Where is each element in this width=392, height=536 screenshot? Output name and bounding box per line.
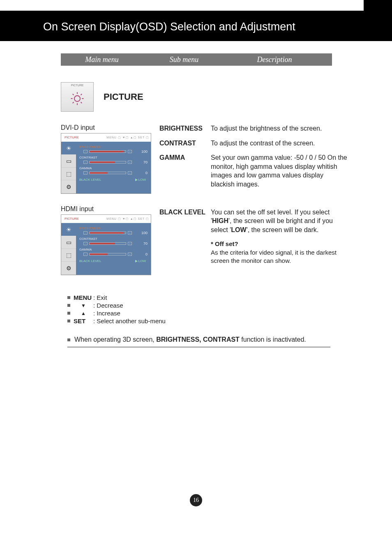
osd-blacklevel-value: ▶ LOW bbox=[135, 259, 146, 263]
def-contrast-desc: To adjust the contrast of the screen. bbox=[211, 139, 348, 148]
def-blacklevel-term: BLACK LEVEL bbox=[159, 208, 211, 265]
osd-header-buttons: MENU ▢ ▼▢ ▲▢ SET ▢ bbox=[106, 133, 149, 142]
picture-heading-row: PICTURE PICTURE bbox=[61, 82, 392, 112]
def-contrast-term: CONTRAST bbox=[159, 139, 211, 148]
page-title: On Screen Display(OSD) Selection and Adj… bbox=[43, 21, 295, 33]
legend-set-label: SET bbox=[74, 317, 93, 324]
osd-blacklevel-label: BLACK LEVEL bbox=[79, 178, 101, 182]
osd-sidebar: ☀ ▭ ⬚ ⚙ bbox=[61, 223, 76, 275]
up-triangle-icon: ▲ bbox=[74, 311, 93, 316]
osd-gamma-value: 0 bbox=[145, 171, 148, 175]
osd-contrast-label: CONTRAST bbox=[79, 237, 148, 241]
footnote-3d: When operating 3D screen, BRIGHTNESS, CO… bbox=[67, 336, 330, 347]
picture-icon-label: PICTURE bbox=[71, 84, 84, 87]
def-brightness-desc: To adjust the brightness of the screen. bbox=[211, 124, 348, 133]
osd-tab-color: ▭ bbox=[61, 236, 76, 249]
svg-line-6 bbox=[81, 102, 82, 104]
osd-contrast-value: 70 bbox=[143, 242, 148, 246]
osd-tab-picture: ☀ bbox=[61, 142, 76, 154]
osd-tab-setup: ⚙ bbox=[61, 262, 76, 275]
osd-tab-color: ▭ bbox=[61, 154, 76, 168]
brightness-icon bbox=[70, 92, 84, 106]
osd-screenshot-hdmi: PICTURE MENU ▢ ▼▢ ▲▢ SET ▢ ☀ ▭ ⬚ ⚙ BRIGH… bbox=[61, 214, 151, 275]
legend-menu-desc: : Exit bbox=[93, 294, 107, 301]
picture-title: PICTURE bbox=[104, 92, 143, 102]
osd-tab-tracking: ⬚ bbox=[61, 249, 76, 262]
osd-contrast-label: CONTRAST bbox=[79, 156, 148, 159]
def-contrast: CONTRAST To adjust the contrast of the s… bbox=[159, 139, 348, 148]
osd-contrast-value: 70 bbox=[143, 160, 148, 164]
offset-note-title: * Off set? bbox=[211, 240, 348, 248]
button-legend: MENU: Exit ▼: Decrease ▲: Increase SET: … bbox=[67, 294, 392, 324]
page-header: On Screen Display(OSD) Selection and Adj… bbox=[0, 0, 392, 41]
def-blacklevel: BLACK LEVEL You can set the off set leve… bbox=[159, 208, 348, 265]
osd-tab-tracking: ⬚ bbox=[61, 168, 76, 181]
def-gamma-desc: Set your own gamma value: -50 / 0 / 50 O… bbox=[211, 153, 348, 189]
osd-screenshot-dvi: PICTURE MENU ▢ ▼▢ ▲▢ SET ▢ ☀ ▭ ⬚ ⚙ BRIGH… bbox=[61, 133, 151, 194]
osd-brightness-label: BRIGHTNESS bbox=[79, 226, 148, 230]
svg-line-5 bbox=[73, 94, 74, 95]
legend-up-desc: : Increase bbox=[93, 310, 120, 317]
def-gamma-term: GAMMA bbox=[159, 153, 211, 189]
osd-header-title: PICTURE bbox=[65, 217, 79, 221]
def-blacklevel-desc: You can set the off set level. If you se… bbox=[211, 208, 348, 265]
svg-point-0 bbox=[74, 96, 80, 101]
column-header-bar: Main menu Sub menu Description bbox=[61, 53, 332, 66]
osd-header-buttons: MENU ▢ ▼▢ ▲▢ SET ▢ bbox=[106, 215, 149, 223]
osd-sidebar: ☀ ▭ ⬚ ⚙ bbox=[61, 142, 76, 193]
svg-line-8 bbox=[81, 94, 82, 95]
down-triangle-icon: ▼ bbox=[74, 303, 93, 308]
svg-line-7 bbox=[73, 102, 74, 104]
def-brightness: BRIGHTNESS To adjust the brightness of t… bbox=[159, 124, 348, 133]
osd-brightness-value: 100 bbox=[141, 150, 148, 154]
osd-brightness-label: BRIGHTNESS bbox=[79, 145, 148, 149]
col-main-menu: Main menu bbox=[61, 55, 143, 64]
dvi-input-label: DVI-D input bbox=[61, 124, 155, 131]
picture-icon: PICTURE bbox=[61, 82, 94, 112]
def-gamma: GAMMA Set your own gamma value: -50 / 0 … bbox=[159, 153, 348, 189]
osd-tab-setup: ⚙ bbox=[61, 180, 76, 193]
col-description: Description bbox=[233, 55, 316, 64]
col-sub-menu: Sub menu bbox=[143, 55, 225, 64]
osd-gamma-label: GAMMA bbox=[79, 248, 148, 251]
osd-tab-picture: ☀ bbox=[61, 223, 76, 236]
osd-brightness-value: 100 bbox=[141, 231, 148, 235]
legend-set-desc: : Select another sub-menu bbox=[93, 317, 166, 324]
osd-blacklevel-value: ▶ LOW bbox=[135, 178, 146, 182]
offset-note-body: As the criteria for video signal, it is … bbox=[211, 248, 348, 265]
hdmi-input-label: HDMI input bbox=[61, 205, 155, 213]
legend-menu-label: MENU bbox=[74, 294, 93, 301]
osd-header-title: PICTURE bbox=[65, 136, 79, 139]
def-brightness-term: BRIGHTNESS bbox=[159, 124, 211, 133]
osd-gamma-value: 0 bbox=[145, 252, 148, 256]
page-number: 16 bbox=[190, 494, 202, 506]
legend-down-desc: : Decrease bbox=[93, 302, 123, 309]
osd-blacklevel-label: BLACK LEVEL bbox=[79, 259, 101, 263]
osd-gamma-label: GAMMA bbox=[79, 166, 148, 170]
